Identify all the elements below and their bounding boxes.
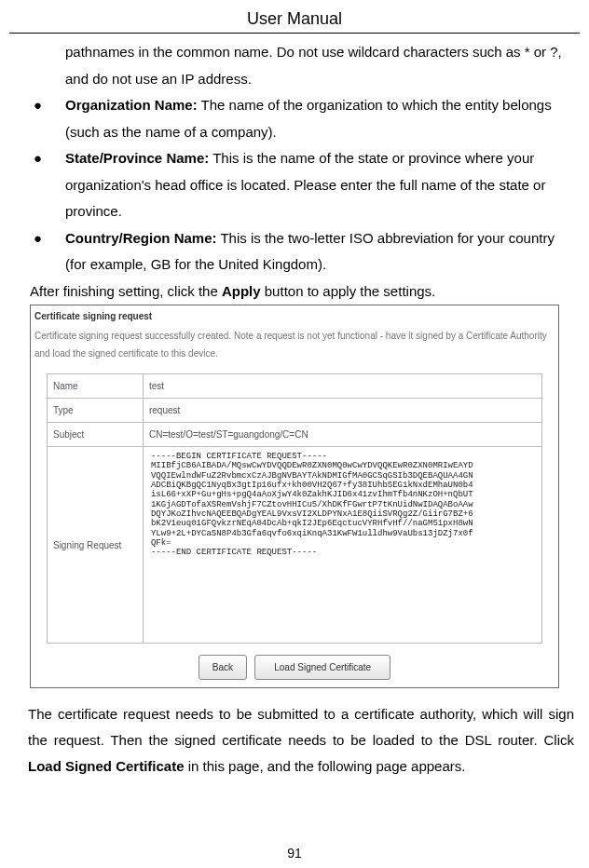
row-name-label: Name (47, 374, 143, 399)
bullet-icon: ● (34, 92, 65, 145)
row-subject-label: Subject (47, 423, 143, 447)
load-signed-certificate-button[interactable]: Load Signed Certificate (254, 655, 390, 680)
bullet-state: ● State/Province Name: This is the name … (11, 145, 578, 225)
bullet-country: ● Country/Region Name: This is the two-l… (11, 225, 578, 278)
after-finish-text: After finishing setting, click the Apply… (11, 278, 578, 305)
button-row: Back Load Signed Certificate (31, 647, 558, 687)
table-row: Name test (47, 374, 541, 399)
bullet-organization: ● Organization Name: The name of the org… (11, 92, 578, 145)
after-pre: After finishing setting, click the (30, 283, 222, 299)
table-row: Subject CN=test/O=test/ST=guangdong/C=CN (47, 423, 541, 447)
row-type-value: request (143, 399, 541, 423)
para-bold: Load Signed Certificate (28, 758, 185, 774)
csr-title: Certificate signing request (31, 305, 558, 327)
table-row: Signing Request -----BEGIN CERTIFICATE R… (47, 447, 541, 644)
page-header: User Manual (9, 9, 580, 34)
csr-note: Certificate signing request successfully… (31, 327, 558, 368)
row-subject-value: CN=test/O=test/ST=guangdong/C=CN (143, 423, 541, 447)
bullet-text: State/Province Name: This is the name of… (65, 145, 578, 225)
csr-table: Name test Type request Subject CN=test/O… (47, 373, 542, 644)
body-content: pathnames in the common name. Do not use… (9, 39, 580, 779)
bullet-icon: ● (34, 145, 65, 225)
table-row: Type request (47, 399, 541, 423)
para-pre: The certificate request needs to be subm… (28, 706, 574, 748)
after-bold: Apply (222, 283, 261, 299)
csr-screenshot: Certificate signing request Certificate … (30, 305, 559, 688)
certificate-text: -----BEGIN CERTIFICATE REQUEST----- MIIB… (149, 450, 536, 640)
row-sr-label: Signing Request (47, 447, 143, 644)
after-post: button to apply the settings. (261, 283, 436, 299)
bullet-label: State/Province Name: (65, 150, 209, 166)
closing-paragraph: The certificate request needs to be subm… (11, 688, 578, 779)
row-type-label: Type (47, 399, 143, 423)
bullet-label: Country/Region Name: (65, 230, 217, 246)
bullet-label: Organization Name: (65, 97, 198, 113)
row-name-value: test (143, 374, 541, 399)
page-number: 91 (0, 846, 589, 861)
back-button[interactable]: Back (199, 655, 247, 680)
row-sr-value-cell: -----BEGIN CERTIFICATE REQUEST----- MIIB… (143, 447, 541, 644)
bullet-text: Country/Region Name: This is the two-let… (65, 225, 578, 278)
intro-continuation: pathnames in the common name. Do not use… (11, 39, 578, 92)
para-post: in this page, and the following page app… (185, 758, 466, 774)
bullet-text: Organization Name: The name of the organ… (65, 92, 578, 145)
bullet-icon: ● (34, 225, 65, 278)
